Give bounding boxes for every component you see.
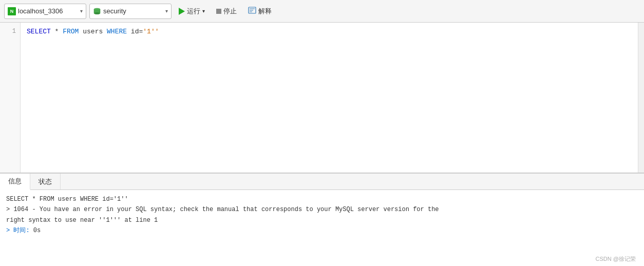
bottom-content: SELECT * FROM users WHERE id='1'' > 1064… bbox=[0, 190, 644, 266]
explain-icon bbox=[248, 6, 256, 16]
stop-label: 停止 bbox=[223, 7, 237, 16]
sql-star: * bbox=[51, 28, 63, 35]
stop-button[interactable]: 停止 bbox=[212, 5, 241, 17]
line-number-1: 1 bbox=[0, 27, 16, 36]
stop-icon bbox=[216, 9, 221, 14]
run-label: 运行 bbox=[187, 7, 200, 16]
sql-table: users bbox=[79, 28, 107, 35]
database-label: security bbox=[103, 7, 163, 15]
editor-scrollbar[interactable] bbox=[638, 23, 644, 173]
database-icon bbox=[93, 7, 101, 15]
code-editor[interactable]: SELECT * FROM users WHERE id='1'' bbox=[21, 23, 644, 173]
line-numbers: 1 bbox=[0, 23, 21, 173]
explain-button[interactable]: 解释 bbox=[244, 5, 276, 17]
sql-condition-key: id= bbox=[127, 28, 143, 35]
tab-status-label: 状态 bbox=[39, 177, 52, 186]
bottom-panel: 信息 状态 SELECT * FROM users WHERE id='1'' … bbox=[0, 174, 644, 266]
database-dropdown-arrow: ▾ bbox=[165, 8, 168, 14]
toolbar: N localhost_3306 ▾ security ▾ 运行 ▾ 停止 bbox=[0, 0, 644, 23]
explain-label: 解释 bbox=[258, 7, 272, 16]
svg-point-2 bbox=[94, 12, 100, 14]
error-line-1: > 1064 - You have an error in your SQL s… bbox=[6, 204, 638, 215]
error-line-2: right syntax to use near ''1''' at line … bbox=[6, 215, 638, 225]
database-dropdown[interactable]: security ▾ bbox=[89, 4, 172, 19]
sql-select-kw: SELECT bbox=[27, 28, 51, 35]
run-icon bbox=[179, 8, 185, 15]
tab-status[interactable]: 状态 bbox=[30, 174, 61, 189]
run-dropdown-arrow: ▾ bbox=[202, 8, 205, 14]
footer-credit: CSDN @徐记荣 bbox=[596, 255, 636, 263]
connection-label: localhost_3306 bbox=[18, 7, 78, 15]
connection-dropdown-arrow: ▾ bbox=[80, 8, 83, 14]
sql-condition-val: '1'' bbox=[143, 28, 159, 35]
time-label: > 时间: bbox=[6, 227, 30, 234]
time-value: 0s bbox=[30, 227, 41, 234]
connection-dropdown[interactable]: N localhost_3306 ▾ bbox=[4, 4, 86, 19]
sql-echo-line: SELECT * FROM users WHERE id='1'' bbox=[6, 194, 638, 204]
connection-icon: N bbox=[8, 7, 16, 15]
sql-from-kw: FROM bbox=[63, 28, 79, 35]
sql-where-kw: WHERE bbox=[107, 28, 127, 35]
bottom-tabs: 信息 状态 bbox=[0, 174, 644, 190]
tab-info[interactable]: 信息 bbox=[0, 174, 30, 190]
editor-container: 1 SELECT * FROM users WHERE id='1'' 信息 状… bbox=[0, 23, 644, 266]
tab-info-label: 信息 bbox=[8, 177, 22, 186]
run-button[interactable]: 运行 ▾ bbox=[175, 5, 209, 17]
editor-area: 1 SELECT * FROM users WHERE id='1'' bbox=[0, 23, 644, 174]
time-line: > 时间: 0s bbox=[6, 225, 638, 236]
